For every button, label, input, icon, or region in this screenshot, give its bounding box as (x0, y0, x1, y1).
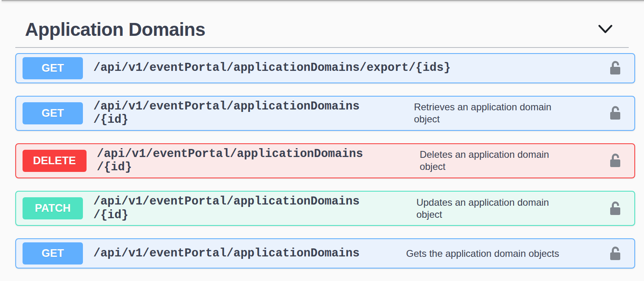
method-badge: GET (23, 102, 83, 124)
auth-lock-button[interactable] (609, 105, 621, 121)
endpoint-list: GET /api/v1/eventPortal/applicationDomai… (15, 53, 635, 269)
endpoint-row-get-0[interactable]: GET /api/v1/eventPortal/applicationDomai… (15, 53, 635, 83)
endpoint-path: /api/v1/eventPortal/applicationDomains (93, 247, 359, 260)
endpoint-row-get-4[interactable]: GET /api/v1/eventPortal/applicationDomai… (15, 238, 635, 269)
auth-lock-button[interactable] (609, 246, 621, 261)
endpoint-row-delete-2[interactable]: DELETE /api/v1/eventPortal/applicationDo… (15, 143, 635, 178)
unlock-icon (609, 256, 621, 262)
endpoint-row-patch-3[interactable]: PATCH /api/v1/eventPortal/applicationDom… (15, 191, 635, 226)
endpoint-description-wrap: Deletes an application domain object (363, 149, 606, 173)
endpoint-path: /api/v1/eventPortal/applicationDomains /… (97, 147, 363, 174)
unlock-icon (609, 163, 621, 169)
unlock-icon (609, 71, 621, 77)
section-title: Application Domains (25, 19, 205, 40)
method-badge: DELETE (23, 150, 87, 172)
endpoint-description: Gets the application domain objects (406, 248, 559, 260)
endpoint-path: /api/v1/eventPortal/applicationDomains/e… (93, 61, 451, 75)
method-badge: GET (23, 57, 83, 79)
top-divider (2, 0, 644, 1)
auth-lock-button[interactable] (609, 201, 621, 216)
section-header: Application Domains (15, 19, 635, 40)
collapse-section-button[interactable] (597, 23, 614, 36)
endpoint-path: /api/v1/eventPortal/applicationDomains /… (93, 100, 359, 127)
endpoint-row-get-1[interactable]: GET /api/v1/eventPortal/applicationDomai… (15, 96, 635, 131)
unlock-icon (609, 211, 621, 217)
method-badge: PATCH (23, 197, 83, 219)
endpoint-description-wrap: Gets the application domain objects (359, 248, 606, 260)
endpoint-description-wrap: Retrieves an application domain object (359, 101, 606, 125)
unlock-icon (609, 116, 621, 122)
endpoint-description: Updates an application domain object (416, 196, 549, 221)
auth-lock-button[interactable] (609, 60, 621, 76)
section-divider (15, 47, 629, 48)
endpoint-description: Retrieves an application domain object (414, 101, 551, 125)
endpoint-description-wrap: Updates an application domain object (359, 196, 606, 221)
chevron-down-icon (598, 30, 613, 36)
api-section: Application Domains GET /api/v1/eventPor… (0, 0, 644, 269)
auth-lock-button[interactable] (609, 153, 621, 168)
endpoint-description: Deletes an application domain object (420, 149, 549, 173)
method-badge: GET (23, 242, 83, 264)
endpoint-path: /api/v1/eventPortal/applicationDomains /… (93, 195, 359, 222)
